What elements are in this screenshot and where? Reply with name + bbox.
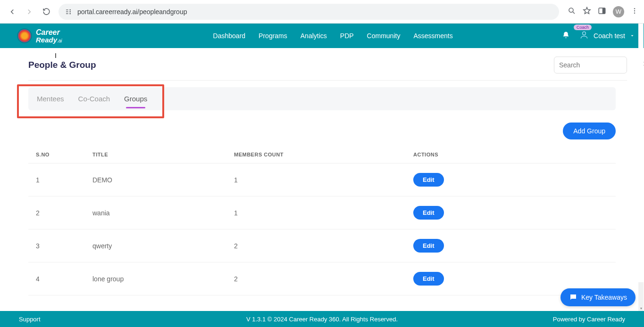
svg-point-6 (569, 8, 573, 12)
footer-powered-by: Powered by Career Ready (553, 316, 625, 323)
cell-actions: Edit (406, 164, 616, 196)
browser-toolbar: portal.careerready.ai/peopleandgroup W (0, 0, 644, 24)
cell-sno: 4 (28, 262, 85, 295)
col-header-sno: S.NO (28, 146, 85, 164)
edit-button[interactable]: Edit (413, 239, 444, 253)
groups-table: S.NO TITLE MEMBERS COUNT ACTIONS 1DEMO1E… (28, 146, 616, 295)
svg-rect-8 (602, 8, 605, 14)
cell-title: wania (85, 196, 226, 229)
search-input[interactable] (559, 61, 642, 69)
text-cursor-indicator: I (55, 52, 57, 59)
cell-actions: Edit (406, 229, 616, 262)
col-header-members: MEMBERS COUNT (226, 146, 406, 164)
svg-point-10 (634, 10, 635, 11)
nav-assessments[interactable]: Assessments (413, 32, 452, 40)
logo[interactable]: Career Ready.ai (17, 28, 62, 43)
tabs: Mentees Co-Coach Groups (28, 87, 616, 110)
col-header-title: TITLE (85, 146, 226, 164)
user-icon (579, 30, 589, 40)
app-header: Career Ready.ai Dashboard Programs Analy… (0, 24, 644, 48)
scroll-down-arrow[interactable]: ▾ (638, 306, 644, 311)
chevron-down-icon (630, 33, 635, 38)
reload-button[interactable] (40, 5, 53, 18)
table-row: 1DEMO1Edit (28, 164, 616, 196)
svg-point-11 (634, 12, 635, 13)
svg-point-4 (69, 11, 71, 12)
cell-members: 2 (226, 229, 406, 262)
table-row: 2wania1Edit (28, 196, 616, 229)
profile-avatar[interactable]: W (613, 6, 624, 17)
logo-line2: Ready (36, 36, 57, 44)
edit-button[interactable]: Edit (413, 206, 444, 220)
user-menu[interactable]: Coach Coach test (579, 30, 635, 41)
footer-copyright: V 1.3.1 © 2024 Career Ready 360. All Rig… (246, 316, 398, 323)
vertical-scrollbar[interactable]: ▴ ▾ (638, 24, 644, 311)
nav-community[interactable]: Community (367, 32, 401, 40)
col-header-actions: ACTIONS (406, 146, 616, 164)
notifications-icon[interactable] (562, 31, 570, 41)
edit-button[interactable]: Edit (413, 272, 444, 286)
cell-sno: 3 (28, 229, 85, 262)
footer: Support V 1.3.1 © 2024 Career Ready 360.… (0, 311, 644, 327)
cell-members: 1 (226, 164, 406, 196)
zoom-icon[interactable] (568, 7, 576, 17)
logo-badge-icon (17, 28, 32, 43)
tab-co-coach[interactable]: Co-Coach (78, 93, 110, 105)
nav-analytics[interactable]: Analytics (301, 32, 327, 40)
key-takeaways-label: Key Takeaways (581, 294, 627, 301)
cell-sno: 2 (28, 196, 85, 229)
cell-members: 2 (226, 262, 406, 295)
table-row: 4lone group2Edit (28, 262, 616, 295)
svg-rect-1 (66, 11, 68, 12)
back-button[interactable] (6, 5, 19, 18)
bookmark-icon[interactable] (583, 7, 591, 17)
panel-icon[interactable] (598, 7, 606, 17)
tab-mentees[interactable]: Mentees (37, 93, 64, 105)
svg-rect-2 (66, 13, 68, 14)
divider (28, 80, 627, 81)
url-text: portal.careerready.ai/peopleandgroup (77, 8, 552, 16)
nav-programs[interactable]: Programs (259, 32, 287, 40)
footer-support-link[interactable]: Support (19, 316, 41, 323)
cell-title: DEMO (85, 164, 226, 196)
svg-point-5 (69, 13, 71, 14)
logo-line1: Career (36, 29, 62, 36)
role-badge: Coach (574, 25, 592, 30)
kebab-menu-icon[interactable] (631, 7, 638, 16)
site-settings-icon[interactable] (65, 8, 73, 16)
logo-text: Career Ready.ai (36, 29, 62, 43)
svg-rect-0 (66, 9, 68, 10)
page-title: People & Group (28, 60, 96, 70)
add-group-button[interactable]: Add Group (563, 123, 616, 139)
table-row: 3qwerty2Edit (28, 229, 616, 262)
cell-title: lone group (85, 262, 226, 295)
cell-title: qwerty (85, 229, 226, 262)
nav-dashboard[interactable]: Dashboard (213, 32, 246, 40)
svg-point-3 (69, 9, 71, 10)
user-name: Coach test (594, 32, 625, 40)
logo-suffix: .ai (57, 38, 62, 43)
address-bar[interactable]: portal.careerready.ai/peopleandgroup (59, 4, 559, 20)
main-content: I People & Group Mentees Co-Coach Groups… (0, 48, 644, 314)
main-nav: Dashboard Programs Analytics PDP Communi… (213, 32, 453, 40)
key-takeaways-button[interactable]: Key Takeaways (560, 288, 636, 306)
scroll-thumb[interactable] (638, 24, 644, 282)
search-box[interactable] (554, 57, 627, 74)
forward-button[interactable] (23, 5, 36, 18)
cell-actions: Edit (406, 196, 616, 229)
svg-point-12 (583, 32, 586, 35)
edit-button[interactable]: Edit (413, 173, 444, 187)
svg-point-9 (634, 8, 635, 9)
tab-groups[interactable]: Groups (124, 93, 147, 105)
nav-pdp[interactable]: PDP (340, 32, 354, 40)
cell-sno: 1 (28, 164, 85, 196)
cell-members: 1 (226, 196, 406, 229)
chat-icon (569, 293, 577, 302)
